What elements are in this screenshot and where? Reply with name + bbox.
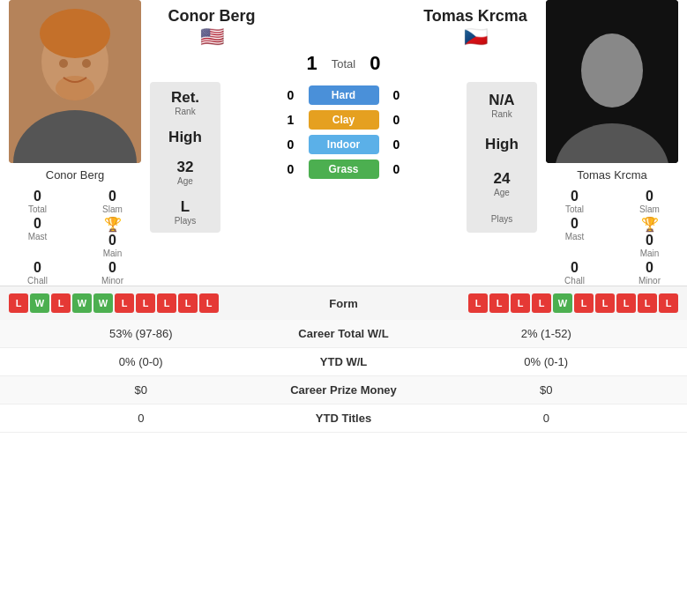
form-badge-right-2: L <box>511 293 530 313</box>
player2-minor-val: 0 <box>646 260 653 276</box>
stats-row-2: $0 Career Prize Money $0 <box>0 376 687 404</box>
top-section: Conor Berg 0 Total 0 Slam 0 Mast 🏆 0 <box>0 0 687 286</box>
player1-plays-val: L <box>162 198 208 216</box>
form-badge-right-4: W <box>553 293 572 313</box>
player1-rank-val: Ret. <box>162 89 208 107</box>
score-left: 1 <box>307 52 317 75</box>
stats-left-2: $0 <box>9 383 273 397</box>
player1-rank-box: Ret. Rank <box>162 89 208 116</box>
player2-trophy-icon: 🏆 <box>641 216 659 233</box>
surface-row-grass: 0 Grass 0 <box>224 160 463 179</box>
player1-age-lbl: Age <box>162 176 208 186</box>
names-flags-row: Conor Berg 🇺🇸 Tomas Krcma 🇨🇿 <box>150 0 537 52</box>
surface-score-right-grass: 0 <box>388 162 406 176</box>
surface-score-left-grass: 0 <box>282 162 300 176</box>
svg-point-4 <box>59 59 68 68</box>
player2-slam-val: 0 <box>646 189 653 204</box>
player2-mast-item: 0 Mast <box>541 216 608 258</box>
player1-slam-val: 0 <box>108 189 116 204</box>
form-badge-right-7: L <box>616 293 636 313</box>
player2-mast-val: 0 <box>571 216 579 232</box>
player1-trophy-icon: 🏆 <box>104 216 122 233</box>
surface-score-left-clay: 1 <box>282 113 300 127</box>
player2-slam-item: 0 Slam <box>616 189 683 214</box>
surface-score-right-hard: 0 <box>388 88 406 102</box>
player1-name-below: Conor Berg <box>46 168 104 182</box>
surface-row-clay: 1 Clay 0 <box>224 110 463 130</box>
player1-mast-val: 0 <box>34 216 41 232</box>
player2-minor-item: 0 Minor <box>616 260 683 286</box>
player2-name-below: Tomas Krcma <box>577 168 646 182</box>
svg-point-3 <box>40 9 110 58</box>
center-wrapper: Conor Berg 🇺🇸 Tomas Krcma 🇨🇿 1 Total 0 <box>150 0 537 286</box>
stats-row-1: 0% (0-0) YTD W/L 0% (0-1) <box>0 348 687 376</box>
player2-total-item: 0 Total <box>541 189 608 214</box>
stats-label-1: YTD W/L <box>273 355 414 368</box>
player2-rank-lbl: Rank <box>479 109 525 119</box>
stats-left-0: 53% (97-86) <box>9 327 273 340</box>
form-badge-left-8: L <box>178 293 198 313</box>
surface-score-right-indoor: 0 <box>388 137 406 152</box>
player1-high-val: High <box>162 129 208 146</box>
player2-minor-lbl: Minor <box>638 276 661 286</box>
surface-badge-grass: Grass <box>309 160 379 179</box>
surface-score-left-indoor: 0 <box>282 137 300 152</box>
stats-row-3: 0 YTD Titles 0 <box>0 404 687 433</box>
main-container: Conor Berg 0 Total 0 Slam 0 Mast 🏆 0 <box>0 0 687 433</box>
player2-high-box: High <box>479 136 525 153</box>
player1-age-val: 32 <box>162 159 208 176</box>
form-badge-right-3: L <box>532 293 551 313</box>
form-badges-right: LLLLWLLLLL <box>468 293 678 313</box>
player2-age-lbl: Age <box>479 188 525 197</box>
player1-slam-item: 0 Slam <box>79 189 146 214</box>
surface-score-left-hard: 0 <box>282 88 300 102</box>
player1-panel: Conor Berg 0 Total 0 Slam 0 Mast 🏆 0 <box>0 0 150 286</box>
player2-trophy-main: 🏆 0 Main <box>616 216 683 258</box>
score-right: 0 <box>370 52 380 75</box>
player1-minor-item: 0 Minor <box>79 260 146 286</box>
form-badge-left-4: W <box>93 293 113 313</box>
stats-right-2: $0 <box>414 383 679 397</box>
form-badge-right-6: L <box>595 293 615 313</box>
player1-rank-lbl: Rank <box>162 107 208 116</box>
surface-badge-clay: Clay <box>309 110 379 130</box>
svg-point-9 <box>581 33 643 108</box>
player2-main-lbl: Main <box>640 249 660 258</box>
stats-left-1: 0% (0-0) <box>9 355 273 368</box>
player1-plays-lbl: Plays <box>162 216 208 226</box>
player1-name-flag: Conor Berg 🇺🇸 <box>150 7 273 48</box>
player2-flag: 🇨🇿 <box>464 26 488 48</box>
player2-slam-lbl: Slam <box>639 204 660 214</box>
stats-right-0: 2% (1-52) <box>414 327 679 340</box>
player1-minor-lbl: Minor <box>101 276 123 286</box>
player1-total-val: 0 <box>34 189 41 204</box>
player2-rank-val: N/A <box>479 92 525 109</box>
middle-stats-area: Ret. Rank High 32 Age L Plays <box>150 82 537 233</box>
surface-score-right-clay: 0 <box>388 113 406 127</box>
player1-flag: 🇺🇸 <box>200 26 224 48</box>
player2-plays-box: Plays <box>479 214 525 224</box>
player1-mast-item: 0 Mast <box>4 216 71 258</box>
form-badge-right-5: L <box>574 293 594 313</box>
player1-stats: 0 Total 0 Slam 0 Mast 🏆 0 Main 0 <box>4 189 146 286</box>
player1-age-box: 32 Age <box>162 159 208 186</box>
player1-main-val: 0 <box>108 233 116 249</box>
form-badge-right-0: L <box>468 293 488 313</box>
surface-badge-hard: Hard <box>309 85 379 105</box>
player1-trophy-main: 🏆 0 Main <box>79 216 146 258</box>
total-score-row: 1 Total 0 <box>150 52 537 75</box>
player2-photo <box>546 0 678 163</box>
form-badge-left-5: L <box>115 293 134 313</box>
player1-high-box: High <box>162 129 208 146</box>
player2-chall-lbl: Chall <box>564 276 585 286</box>
form-section: LWLWWLLLLL Form LLLLWLLLLL <box>0 286 687 320</box>
player2-heading: Tomas Krcma <box>423 7 527 26</box>
player1-chall-lbl: Chall <box>27 276 48 286</box>
surface-area: 0 Hard 0 1 Clay 0 0 Indoor 0 0 Grass 0 <box>224 82 463 233</box>
stats-row-0: 53% (97-86) Career Total W/L 2% (1-52) <box>0 320 687 348</box>
player2-rank-box: N/A Rank <box>479 92 525 119</box>
player2-total-val: 0 <box>571 189 579 204</box>
surface-row-indoor: 0 Indoor 0 <box>224 135 463 154</box>
surface-row-hard: 0 Hard 0 <box>224 85 463 105</box>
player1-side-stats: Ret. Rank High 32 Age L Plays <box>150 82 220 233</box>
